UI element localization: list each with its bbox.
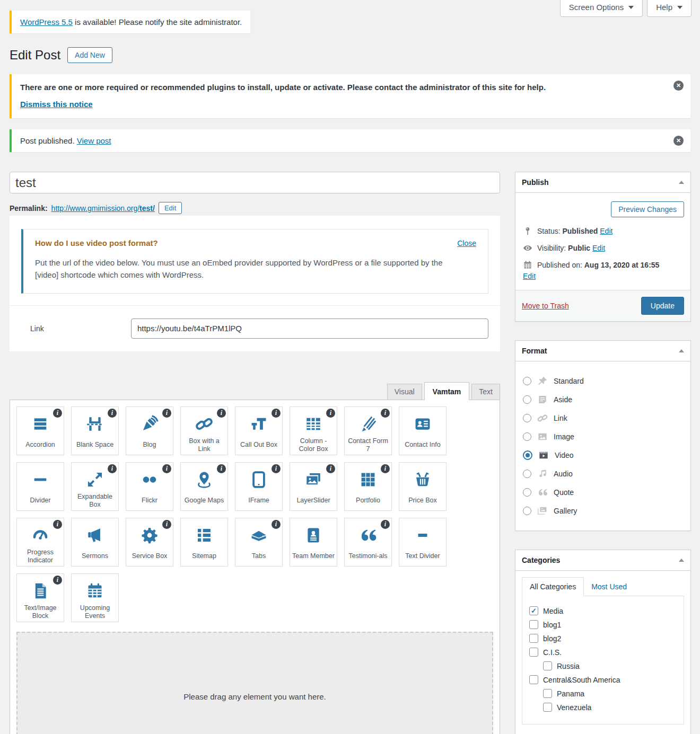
element-card-layerslider[interactable]: LayerSlider: [290, 462, 337, 511]
tab-most-used[interactable]: Most Used: [584, 578, 634, 596]
info-icon[interactable]: [272, 520, 281, 529]
video-link-input[interactable]: [131, 319, 488, 339]
info-icon[interactable]: [162, 409, 171, 418]
info-icon[interactable]: [217, 409, 226, 418]
category-item-media[interactable]: Media: [529, 606, 679, 615]
format-option-standard[interactable]: Standard: [523, 376, 683, 386]
category-item-blog2[interactable]: blog2: [529, 634, 679, 643]
drop-zone[interactable]: Please drag any element you want here.: [16, 632, 493, 734]
dismiss-icon[interactable]: [673, 136, 684, 146]
help-button[interactable]: Help: [647, 0, 692, 17]
move-to-trash-link[interactable]: Move to Trash: [522, 302, 569, 310]
element-card-contact-info[interactable]: Contact Info: [399, 406, 447, 455]
element-card-team-member[interactable]: Team Member: [290, 518, 337, 567]
dismiss-icon[interactable]: [673, 81, 684, 91]
format-option-image[interactable]: Image: [523, 431, 683, 442]
info-icon[interactable]: [326, 409, 335, 418]
element-card-call-out-box[interactable]: Call Out Box: [235, 406, 283, 455]
info-icon[interactable]: [326, 464, 335, 473]
wordpress-update-link[interactable]: WordPress 5.5: [20, 17, 73, 26]
collapse-arrow-icon[interactable]: [679, 349, 684, 352]
format-option-aside[interactable]: Aside: [523, 394, 683, 405]
element-card-sermons[interactable]: Sermons: [71, 518, 119, 567]
element-card-progress-indicator[interactable]: Progress Indicator: [16, 518, 64, 567]
element-card-sitemap[interactable]: Sitemap: [180, 518, 228, 567]
element-card-blank-space[interactable]: Blank Space: [71, 406, 119, 455]
edit-published-date-link[interactable]: Edit: [523, 272, 536, 280]
tab-visual[interactable]: Visual: [387, 384, 422, 400]
info-icon[interactable]: [381, 464, 390, 473]
edit-visibility-link[interactable]: Edit: [592, 244, 605, 252]
format-option-link[interactable]: Link: [523, 413, 683, 423]
element-card-divider[interactable]: Divider: [16, 462, 64, 511]
category-item-blog1[interactable]: blog1: [529, 620, 679, 629]
collapse-arrow-icon[interactable]: [679, 559, 684, 562]
element-card-upcoming-events[interactable]: Upcoming Events: [71, 573, 119, 622]
post-title-input[interactable]: [10, 172, 500, 193]
radio-unchecked[interactable]: [523, 377, 531, 385]
category-item-venezuela[interactable]: Venezuela: [543, 703, 679, 712]
checkbox-unchecked[interactable]: [529, 634, 538, 643]
element-card-column-color-box[interactable]: Column - Color Box: [290, 406, 337, 455]
view-post-link[interactable]: View post: [77, 136, 111, 145]
preview-changes-button[interactable]: Preview Changes: [611, 201, 684, 217]
info-icon[interactable]: [162, 464, 171, 473]
element-card-accordion[interactable]: Accordion: [16, 406, 64, 455]
screen-options-button[interactable]: Screen Options: [560, 0, 643, 17]
info-icon[interactable]: [381, 520, 390, 529]
info-icon[interactable]: [53, 409, 62, 418]
edit-permalink-button[interactable]: Edit: [159, 202, 182, 214]
tab-vamtam[interactable]: Vamtam: [424, 382, 470, 400]
category-item-c-i-s[interactable]: C.I.S.: [529, 648, 679, 657]
add-new-button[interactable]: Add New: [67, 47, 112, 63]
element-card-text-image-block[interactable]: Text/Image Block: [16, 573, 64, 622]
element-card-testimoni-als[interactable]: Testimoni-als: [344, 518, 392, 567]
radio-unchecked[interactable]: [523, 488, 531, 497]
element-card-portfolio[interactable]: Portfolio: [344, 462, 392, 511]
dismiss-notice-link[interactable]: Dismiss this notice: [20, 100, 93, 109]
element-card-google-maps[interactable]: Google Maps: [180, 462, 228, 511]
tab-all-categories[interactable]: All Categories: [522, 577, 584, 596]
info-icon[interactable]: [108, 464, 117, 473]
info-icon[interactable]: [272, 464, 281, 473]
element-card-box-with-a-link[interactable]: Box with a Link: [180, 406, 228, 455]
format-option-gallery[interactable]: Gallery: [523, 506, 683, 516]
info-icon[interactable]: [272, 409, 281, 418]
checkbox-unchecked[interactable]: [529, 648, 538, 657]
radio-unchecked[interactable]: [523, 470, 531, 478]
info-icon[interactable]: [108, 409, 117, 418]
close-help-link[interactable]: Close: [457, 239, 476, 247]
category-item-central-south-america[interactable]: Central&South America: [529, 675, 679, 684]
permalink-link[interactable]: http://www.gmimission.org/test/: [51, 204, 155, 213]
category-item-russia[interactable]: Russia: [543, 661, 679, 670]
info-icon[interactable]: [217, 464, 226, 473]
checkbox-unchecked[interactable]: [543, 661, 552, 670]
format-option-video[interactable]: Video: [523, 450, 683, 461]
element-card-iframe[interactable]: IFrame: [235, 462, 283, 511]
tab-text[interactable]: Text: [471, 384, 500, 400]
info-icon[interactable]: [162, 520, 171, 529]
element-card-contact-form-7[interactable]: Contact Form 7: [344, 406, 392, 455]
element-card-flickr[interactable]: Flickr: [126, 462, 173, 511]
checkbox-unchecked[interactable]: [543, 689, 552, 698]
format-option-quote[interactable]: Quote: [523, 487, 683, 498]
checkbox-unchecked[interactable]: [529, 620, 538, 629]
radio-unchecked[interactable]: [523, 414, 531, 422]
element-card-text-divider[interactable]: Text Divider: [399, 518, 447, 567]
info-icon[interactable]: [381, 409, 390, 418]
radio-unchecked[interactable]: [523, 432, 531, 441]
radio-unchecked[interactable]: [523, 395, 531, 404]
edit-status-link[interactable]: Edit: [600, 227, 612, 235]
info-icon[interactable]: [53, 576, 62, 585]
format-option-audio[interactable]: Audio: [523, 468, 683, 479]
info-icon[interactable]: [53, 520, 62, 529]
element-card-price-box[interactable]: Price Box: [399, 462, 447, 511]
collapse-arrow-icon[interactable]: [679, 181, 684, 184]
checkbox-checked[interactable]: [529, 606, 538, 615]
checkbox-unchecked[interactable]: [543, 703, 552, 712]
update-button[interactable]: Update: [641, 297, 684, 315]
radio-checked[interactable]: [523, 450, 532, 460]
element-card-tabs[interactable]: Tabs: [235, 518, 283, 567]
element-card-blog[interactable]: Blog: [126, 406, 173, 455]
radio-unchecked[interactable]: [523, 507, 531, 515]
